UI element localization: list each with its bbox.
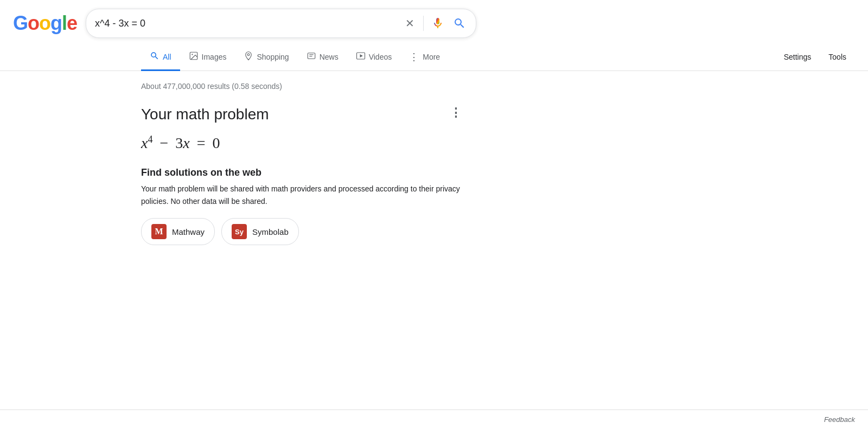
equation-3x: 3x <box>175 135 189 152</box>
search-bar: ✕ <box>86 9 476 38</box>
svg-marker-6 <box>360 54 362 57</box>
symbolab-label: Symbolab <box>252 227 289 236</box>
tab-shopping-label: Shopping <box>257 53 289 61</box>
shopping-tab-icon <box>244 51 253 63</box>
settings-label: Settings <box>784 53 812 61</box>
tab-more-label: More <box>423 53 440 61</box>
search-tab-icon <box>150 51 159 63</box>
feedback-link[interactable]: Feedback <box>824 415 855 424</box>
divider <box>423 16 424 31</box>
google-logo[interactable]: G o o g l e <box>13 12 77 35</box>
nav-tabs: All Images Shopping New <box>0 38 868 71</box>
mathway-label: Mathway <box>172 227 205 236</box>
find-solutions-desc: Your math problem will be shared with ma… <box>141 183 488 207</box>
mathway-icon: M <box>151 224 167 239</box>
symbolab-icon: Sy <box>232 224 247 239</box>
results-area: About 477,000,000 results (0.58 seconds)… <box>0 71 488 260</box>
nav-right: Settings Tools <box>775 46 868 69</box>
tab-images-label: Images <box>202 53 227 61</box>
tab-all-label: All <box>163 53 171 61</box>
math-equation-display: x4 − 3x = 0 <box>141 134 488 152</box>
search-bar-wrapper: ✕ <box>86 9 476 38</box>
math-card: ⋮ Your math problem x4 − 3x = 0 Find sol… <box>141 101 488 249</box>
math-card-title: Your math problem <box>141 106 488 123</box>
tab-shopping[interactable]: Shopping <box>235 44 297 71</box>
clear-icon[interactable]: ✕ <box>403 15 417 32</box>
search-icons: ✕ <box>403 15 467 32</box>
videos-tab-icon <box>356 51 366 63</box>
mathway-button[interactable]: M Mathway <box>141 218 215 245</box>
svg-rect-2 <box>308 53 315 59</box>
tools-label: Tools <box>828 53 846 61</box>
logo-letter-g1: G <box>13 12 28 35</box>
search-submit-icon[interactable] <box>452 16 467 31</box>
provider-buttons: M Mathway Sy Symbolab <box>141 218 488 245</box>
tab-videos-label: Videos <box>369 53 392 61</box>
equation-minus: − <box>156 135 172 152</box>
images-tab-icon <box>189 51 199 63</box>
logo-letter-o1: o <box>28 12 39 35</box>
results-count: About 477,000,000 results (0.58 seconds) <box>141 82 488 91</box>
equation-equals: = <box>193 135 209 152</box>
tab-news[interactable]: News <box>298 44 347 71</box>
card-more-options-button[interactable]: ⋮ <box>450 106 462 120</box>
tools-link[interactable]: Tools <box>820 46 855 69</box>
bottom-bar: Feedback <box>0 409 868 429</box>
tab-news-label: News <box>320 53 339 61</box>
news-tab-icon <box>307 51 316 63</box>
logo-letter-g2: g <box>50 12 62 35</box>
search-input[interactable] <box>95 18 403 29</box>
svg-point-1 <box>192 54 193 55</box>
equation-zero: 0 <box>212 135 220 152</box>
tab-videos[interactable]: Videos <box>347 44 401 71</box>
find-solutions-title: Find solutions on the web <box>141 167 488 178</box>
header: G o o g l e ✕ <box>0 0 868 38</box>
logo-letter-l: l <box>62 12 67 35</box>
microphone-icon[interactable] <box>430 16 445 31</box>
tab-more[interactable]: ⋮ More <box>400 44 449 71</box>
settings-link[interactable]: Settings <box>775 46 820 69</box>
more-tab-icon: ⋮ <box>409 51 419 63</box>
equation-x: x4 <box>141 134 152 152</box>
symbolab-button[interactable]: Sy Symbolab <box>221 218 299 245</box>
tab-images[interactable]: Images <box>180 44 235 71</box>
logo-letter-o2: o <box>39 12 50 35</box>
tab-all[interactable]: All <box>141 44 180 71</box>
logo-letter-e: e <box>67 12 77 35</box>
